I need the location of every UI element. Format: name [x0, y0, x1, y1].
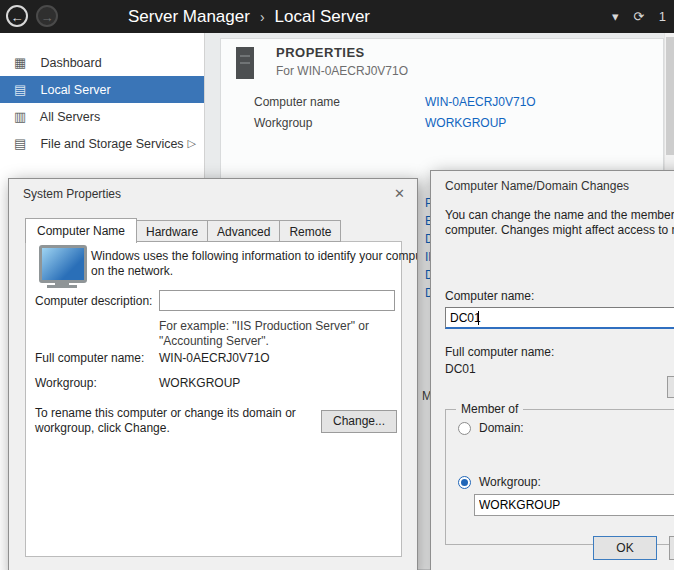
example-text: "Accounting Server".	[159, 334, 269, 348]
computer-description-input[interactable]	[159, 290, 395, 311]
tab-remote[interactable]: Remote	[279, 220, 341, 242]
domain-radio[interactable]	[458, 422, 471, 435]
back-button[interactable]: ←	[6, 5, 28, 27]
full-computer-name-value: DC01	[445, 362, 476, 376]
servers-icon: ▥	[14, 103, 32, 130]
more-button-partial[interactable]	[667, 376, 674, 398]
breadcrumb-current[interactable]: Local Server	[275, 7, 370, 26]
server-icon: ▤	[14, 76, 32, 103]
change-button[interactable]: Change...	[321, 410, 397, 433]
full-computer-name-label: Full computer name:	[445, 345, 554, 359]
domain-changes-dialog: Computer Name/Domain Changes You can cha…	[430, 170, 674, 570]
refresh-icon[interactable]: ⟳	[633, 9, 644, 24]
rename-hint: To rename this computer or change its do…	[35, 406, 296, 420]
workgroup-value: WORKGROUP	[159, 376, 240, 390]
forward-arrow-icon: →	[41, 10, 54, 25]
system-properties-dialog: System Properties ✕ Computer Name Hardwa…	[8, 178, 418, 570]
notification-count[interactable]: 1	[659, 9, 666, 24]
forward-button[interactable]: →	[36, 5, 58, 27]
workgroup-label: Workgroup	[254, 116, 312, 130]
dashboard-icon: ▦	[14, 49, 32, 76]
domain-radio-label[interactable]: Domain:	[479, 421, 524, 435]
workgroup-link[interactable]: WORKGROUP	[425, 116, 506, 130]
workgroup-radio[interactable]	[458, 476, 471, 489]
sidebar-item-dashboard[interactable]: ▦ Dashboard	[0, 49, 204, 76]
text-cursor	[478, 311, 479, 325]
properties-tile-icon	[236, 47, 254, 79]
example-text: For example: "IIS Production Server" or	[159, 319, 369, 333]
full-computer-name-value: WIN-0AECRJ0V71O	[159, 351, 270, 365]
intro-text: You can change the name and the membersh…	[445, 208, 674, 222]
tab-strip: Computer Name Hardware Advanced Remote	[25, 217, 340, 242]
computer-description-label: Computer description:	[35, 294, 152, 308]
computer-name-input[interactable]	[445, 307, 674, 329]
back-arrow-icon: ←	[11, 10, 24, 25]
dialog-title: System Properties	[23, 187, 121, 201]
properties-title: PROPERTIES	[276, 45, 365, 60]
workgroup-label: Workgroup:	[35, 376, 97, 390]
tab-computer-name[interactable]: Computer Name	[25, 218, 137, 243]
sidebar-item-label: Dashboard	[40, 56, 101, 70]
tab-hardware[interactable]: Hardware	[136, 220, 208, 242]
computer-monitor-icon	[39, 245, 87, 283]
server-manager-window: ← → Server Manager›Local Server ▾ ⟳ 1 ▦ …	[0, 0, 674, 570]
computer-name-label: Computer name:	[445, 289, 534, 303]
dialog-title: Computer Name/Domain Changes	[445, 179, 629, 193]
scrollbar-thumb[interactable]	[666, 37, 674, 155]
cancel-button-partial[interactable]	[669, 536, 674, 560]
computer-name-label: Computer name	[254, 95, 340, 109]
breadcrumb-separator: ›	[260, 9, 265, 25]
chevron-right-icon[interactable]: ▷	[188, 130, 196, 157]
storage-icon: ▤	[14, 130, 32, 157]
properties-subtitle: For WIN-0AECRJ0V71O	[276, 64, 408, 78]
titlebar: ← → Server Manager›Local Server ▾ ⟳ 1	[0, 0, 674, 33]
chevron-down-icon[interactable]: ▾	[612, 9, 619, 24]
computer-monitor-icon	[47, 285, 77, 288]
tab-page	[25, 241, 402, 557]
member-of-label: Member of	[456, 402, 523, 416]
sidebar-item-label: Local Server	[40, 83, 110, 97]
sidebar-item-file-storage-services[interactable]: ▤ File and Storage Services ▷	[0, 130, 204, 157]
computer-name-link[interactable]: WIN-0AECRJ0V71O	[425, 95, 536, 109]
sidebar-item-label: All Servers	[40, 110, 100, 124]
sidebar-item-all-servers[interactable]: ▥ All Servers	[0, 103, 204, 130]
full-computer-name-label: Full computer name:	[35, 351, 144, 365]
rename-hint: workgroup, click Change.	[35, 421, 170, 435]
computer-name-input-wrap	[445, 307, 674, 329]
sidebar-item-label: File and Storage Services	[40, 137, 183, 151]
breadcrumb: Server Manager›Local Server	[128, 0, 370, 33]
close-icon[interactable]: ✕	[394, 186, 405, 201]
sidebar-item-local-server[interactable]: ▤ Local Server	[0, 76, 204, 103]
titlebar-actions: ▾ ⟳ 1	[601, 0, 666, 33]
ok-button[interactable]: OK	[593, 536, 657, 560]
workgroup-input[interactable]	[474, 494, 674, 516]
intro-text: Windows uses the following information t…	[91, 249, 418, 263]
tab-advanced[interactable]: Advanced	[207, 220, 280, 242]
workgroup-radio-label[interactable]: Workgroup:	[479, 475, 541, 489]
intro-text: on the network.	[91, 264, 173, 278]
intro-text: computer. Changes might affect access to…	[445, 223, 674, 237]
app-title[interactable]: Server Manager	[128, 7, 250, 26]
member-of-groupbox: Member of Domain: Workgroup:	[445, 409, 674, 545]
